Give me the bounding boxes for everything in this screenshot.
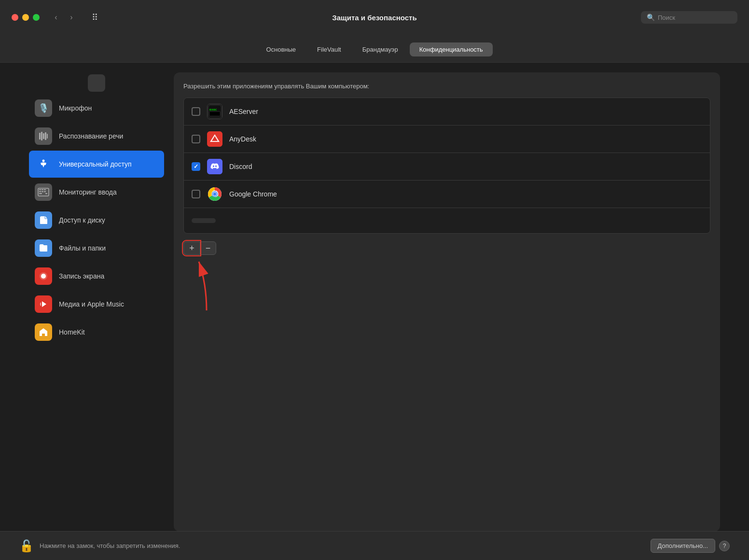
lock-icon: 🔓 [19, 539, 34, 553]
help-button[interactable]: ? [719, 541, 730, 551]
sidebar-label-microphone: Микрофон [59, 104, 92, 112]
search-placeholder: Поиск [658, 14, 675, 21]
sidebar-item-media[interactable]: Медиа и Apple Music [29, 291, 164, 318]
tab-osnovnye[interactable]: Основные [256, 42, 305, 56]
minimize-button[interactable] [22, 14, 29, 21]
svg-rect-11 [42, 191, 43, 192]
controls-area: + − [183, 238, 710, 255]
lock-text: Нажмите на замок, чтобы запретить измене… [40, 542, 180, 549]
forward-button[interactable]: › [65, 11, 78, 24]
homekit-icon [35, 323, 52, 341]
sidebar-label-accessibility: Универсальный доступ [59, 160, 132, 168]
checkbox-discord[interactable] [192, 162, 200, 171]
accessibility-icon [35, 155, 52, 173]
remove-app-button[interactable]: − [200, 241, 216, 255]
sidebar-item-accessibility[interactable]: Универсальный доступ [29, 151, 164, 178]
search-icon: 🔍 [647, 14, 655, 21]
annotation-arrow [192, 255, 221, 315]
svg-rect-10 [39, 191, 41, 192]
sidebar-item-speech[interactable]: Распознавание речи [29, 123, 164, 150]
svg-text:exec: exec [209, 108, 217, 112]
svg-rect-4 [47, 134, 48, 139]
app-row-scroll-stub [184, 208, 710, 233]
tab-brandmauer[interactable]: Брандмауэр [353, 42, 408, 56]
close-button[interactable] [12, 14, 18, 21]
svg-rect-14 [45, 193, 47, 194]
sidebar-label-speech: Распознавание речи [59, 132, 123, 140]
sidebar-label-disk: Доступ к диску [59, 216, 105, 224]
list-controls: + − [183, 241, 710, 255]
app-panel: Разрешить этим приложениям управлять Ваш… [174, 72, 720, 532]
screen-record-icon [35, 267, 52, 285]
back-button[interactable]: ‹ [49, 11, 63, 24]
bottom-buttons: Дополнительно... ? [651, 539, 730, 553]
app-name-chrome: Google Chrome [229, 190, 277, 198]
app-name-discord: Discord [229, 163, 252, 170]
checkbox-anydesk[interactable] [192, 135, 200, 143]
aeserver-icon: exec [207, 104, 222, 119]
svg-rect-7 [39, 189, 41, 190]
sidebar-label-homekit: HomeKit [59, 328, 85, 336]
disk-icon [35, 211, 52, 229]
discord-icon [207, 159, 222, 174]
svg-rect-0 [39, 133, 41, 140]
advanced-button[interactable]: Дополнительно... [651, 539, 715, 553]
svg-rect-3 [45, 132, 46, 140]
titlebar: ‹ › ⠿ Защита и безопасность 🔍 Поиск [0, 0, 749, 35]
app-row-chrome: Google Chrome [184, 181, 710, 208]
app-row-aeserver: exec AEServer [184, 98, 710, 126]
panel-description: Разрешить этим приложениям управлять Ваш… [183, 82, 710, 91]
svg-point-16 [41, 274, 46, 279]
sidebar-item-screen[interactable]: Запись экрана [29, 263, 164, 290]
checkbox-chrome[interactable] [192, 190, 200, 198]
svg-rect-13 [39, 193, 42, 194]
search-box[interactable]: 🔍 Поиск [641, 11, 737, 24]
window-title: Защита и безопасность [332, 14, 416, 22]
app-row-discord: Discord [184, 153, 710, 181]
app-row-anydesk: AnyDesk [184, 126, 710, 153]
main-content: 🎙️ Микрофон Распознавание речи [0, 63, 749, 532]
grid-button[interactable]: ⠿ [88, 11, 101, 24]
svg-point-5 [42, 160, 45, 162]
microphone-icon: 🎙️ [35, 99, 52, 117]
sidebar-label-files: Файлы и папки [59, 244, 106, 252]
app-name-aeserver: AEServer [229, 108, 258, 115]
add-app-button[interactable]: + [183, 241, 200, 255]
sidebar-item-microphone[interactable]: 🎙️ Микрофон [29, 95, 164, 122]
bottom-bar: 🔓 Нажмите на замок, чтобы запретить изме… [0, 531, 749, 560]
input-monitor-icon [35, 183, 52, 201]
tab-filevault[interactable]: FileVault [307, 42, 351, 56]
lock-area: 🔓 Нажмите на замок, чтобы запретить изме… [19, 539, 651, 553]
sidebar-label-input: Мониторинг ввода [59, 188, 117, 196]
speech-icon [35, 127, 52, 145]
svg-rect-1 [41, 132, 42, 140]
sidebar-item-files[interactable]: Файлы и папки [29, 235, 164, 262]
svg-rect-8 [42, 189, 43, 190]
sidebar: 🎙️ Микрофон Распознавание речи [29, 72, 164, 532]
sidebar-item-scroll-stub [29, 72, 164, 94]
sidebar-item-homekit[interactable]: HomeKit [29, 319, 164, 346]
sidebar-label-screen: Запись экрана [59, 272, 104, 280]
sidebar-item-disk[interactable]: Доступ к диску [29, 207, 164, 234]
svg-rect-20 [209, 112, 221, 116]
anydesk-icon [207, 131, 222, 147]
svg-rect-12 [44, 191, 46, 192]
chrome-icon [207, 186, 222, 202]
svg-rect-2 [43, 133, 44, 139]
sidebar-item-input[interactable]: Мониторинг ввода [29, 179, 164, 206]
svg-rect-9 [44, 189, 46, 190]
app-name-anydesk: AnyDesk [229, 135, 256, 143]
nav-buttons: ‹ › [49, 11, 78, 24]
tab-confidentiality[interactable]: Конфиденциальность [410, 42, 493, 56]
fullscreen-button[interactable] [33, 14, 40, 21]
checkbox-aeserver[interactable] [192, 107, 200, 116]
svg-point-27 [213, 193, 217, 196]
files-icon [35, 239, 52, 257]
media-icon [35, 295, 52, 313]
sidebar-label-media: Медиа и Apple Music [59, 300, 124, 308]
traffic-lights [12, 14, 40, 21]
tabs-bar: Основные FileVault Брандмауэр Конфиденци… [0, 35, 749, 63]
apps-list: exec AEServer AnyDesk [183, 98, 710, 234]
